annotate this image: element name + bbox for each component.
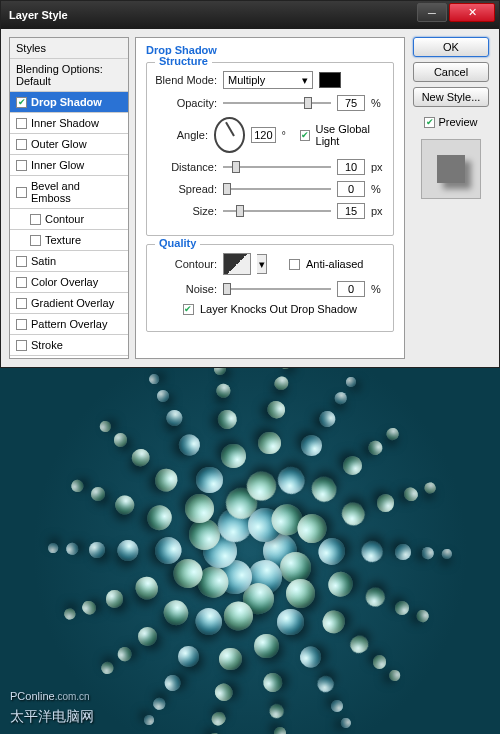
sidebar-item-label: Satin bbox=[31, 255, 56, 267]
structure-group: Structure Blend Mode: Multiply▾ Opacity:… bbox=[146, 62, 394, 236]
window-title: Layer Style bbox=[9, 9, 68, 21]
sidebar-item-label: Bevel and Emboss bbox=[31, 180, 122, 204]
sidebar-item-label: Color Overlay bbox=[31, 276, 98, 288]
styles-sidebar: Styles Blending Options: Default ✔Drop S… bbox=[9, 37, 129, 359]
sidebar-item-stroke[interactable]: Stroke bbox=[10, 335, 128, 356]
preview-checkbox[interactable]: ✔ bbox=[424, 117, 435, 128]
sidebar-item-label: Outer Glow bbox=[31, 138, 87, 150]
antialiased-checkbox[interactable] bbox=[289, 259, 300, 270]
sidebar-blending[interactable]: Blending Options: Default bbox=[10, 59, 128, 92]
sidebar-item-drop-shadow[interactable]: ✔Drop Shadow bbox=[10, 92, 128, 113]
blend-mode-select[interactable]: Multiply▾ bbox=[223, 71, 313, 89]
sidebar-styles[interactable]: Styles bbox=[10, 38, 128, 59]
checkbox-icon[interactable] bbox=[30, 235, 41, 246]
checkbox-icon[interactable] bbox=[16, 319, 27, 330]
checkbox-icon[interactable]: ✔ bbox=[16, 97, 27, 108]
sidebar-item-label: Inner Shadow bbox=[31, 117, 99, 129]
angle-input[interactable]: 120 bbox=[251, 127, 275, 143]
sidebar-item-label: Contour bbox=[45, 213, 84, 225]
watermark: PConline.com.cn 太平洋电脑网 bbox=[10, 684, 94, 726]
sidebar-item-color-overlay[interactable]: Color Overlay bbox=[10, 272, 128, 293]
distance-slider[interactable] bbox=[223, 161, 331, 173]
knockout-checkbox[interactable]: ✔ bbox=[183, 304, 194, 315]
sidebar-item-label: Drop Shadow bbox=[31, 96, 102, 108]
sidebar-item-texture[interactable]: Texture bbox=[10, 230, 128, 251]
opacity-input[interactable]: 75 bbox=[337, 95, 365, 111]
sidebar-item-pattern-overlay[interactable]: Pattern Overlay bbox=[10, 314, 128, 335]
cancel-button[interactable]: Cancel bbox=[413, 62, 489, 82]
size-slider[interactable] bbox=[223, 205, 331, 217]
minimize-button[interactable]: ─ bbox=[417, 3, 447, 22]
close-button[interactable]: ✕ bbox=[449, 3, 495, 22]
right-panel: OK Cancel New Style... ✔ Preview bbox=[411, 37, 491, 359]
size-input[interactable]: 15 bbox=[337, 203, 365, 219]
distance-input[interactable]: 10 bbox=[337, 159, 365, 175]
noise-slider[interactable] bbox=[223, 283, 331, 295]
checkbox-icon[interactable] bbox=[30, 214, 41, 225]
checkbox-icon[interactable] bbox=[16, 277, 27, 288]
main-panel: Drop Shadow Structure Blend Mode: Multip… bbox=[135, 37, 405, 359]
sidebar-item-outer-glow[interactable]: Outer Glow bbox=[10, 134, 128, 155]
sidebar-item-label: Texture bbox=[45, 234, 81, 246]
new-style-button[interactable]: New Style... bbox=[413, 87, 489, 107]
angle-dial[interactable] bbox=[214, 117, 245, 153]
checkbox-icon[interactable] bbox=[16, 139, 27, 150]
titlebar: Layer Style ─ ✕ bbox=[1, 1, 499, 29]
sidebar-item-bevel-and-emboss[interactable]: Bevel and Emboss bbox=[10, 176, 128, 209]
contour-picker[interactable] bbox=[223, 253, 251, 275]
spread-slider[interactable] bbox=[223, 183, 331, 195]
checkbox-icon[interactable] bbox=[16, 340, 27, 351]
shadow-color-swatch[interactable] bbox=[319, 72, 341, 88]
sidebar-item-inner-shadow[interactable]: Inner Shadow bbox=[10, 113, 128, 134]
checkbox-icon[interactable] bbox=[16, 298, 27, 309]
contour-dropdown[interactable]: ▾ bbox=[257, 254, 267, 274]
sidebar-item-inner-glow[interactable]: Inner Glow bbox=[10, 155, 128, 176]
sidebar-item-label: Stroke bbox=[31, 339, 63, 351]
sidebar-item-label: Gradient Overlay bbox=[31, 297, 114, 309]
spread-input[interactable]: 0 bbox=[337, 181, 365, 197]
checkbox-icon[interactable] bbox=[16, 160, 27, 171]
ok-button[interactable]: OK bbox=[413, 37, 489, 57]
quality-group: Quality Contour: ▾ Anti-aliased Noise: 0… bbox=[146, 244, 394, 332]
sidebar-item-satin[interactable]: Satin bbox=[10, 251, 128, 272]
preview-box bbox=[421, 139, 481, 199]
sidebar-item-label: Inner Glow bbox=[31, 159, 84, 171]
sidebar-item-label: Pattern Overlay bbox=[31, 318, 107, 330]
checkbox-icon[interactable] bbox=[16, 118, 27, 129]
artwork-preview: PConline.com.cn 太平洋电脑网 bbox=[0, 368, 500, 734]
noise-input[interactable]: 0 bbox=[337, 281, 365, 297]
checkbox-icon[interactable] bbox=[16, 187, 27, 198]
sidebar-item-gradient-overlay[interactable]: Gradient Overlay bbox=[10, 293, 128, 314]
opacity-slider[interactable] bbox=[223, 97, 331, 109]
global-light-checkbox[interactable]: ✔ bbox=[300, 130, 310, 141]
layer-style-dialog: Layer Style ─ ✕ Styles Blending Options:… bbox=[0, 0, 500, 368]
checkbox-icon[interactable] bbox=[16, 256, 27, 267]
chevron-down-icon: ▾ bbox=[302, 74, 308, 87]
sidebar-item-contour[interactable]: Contour bbox=[10, 209, 128, 230]
